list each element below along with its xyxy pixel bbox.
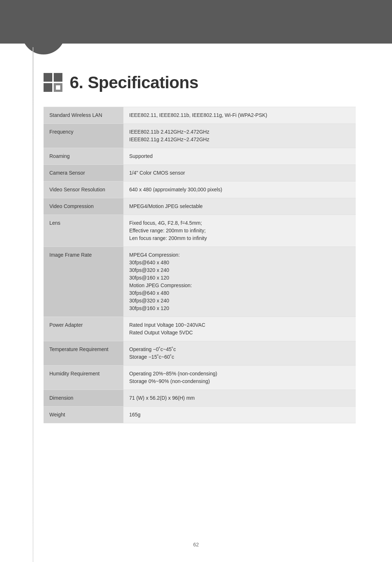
spec-value: 640 x 480 (approximately 300,000 pixels) bbox=[123, 182, 356, 198]
page-number: 62 bbox=[193, 542, 199, 547]
spec-value: Operating 20%~85% (non-condensing)Storag… bbox=[123, 366, 356, 390]
spec-value: 1/4" Color CMOS sensor bbox=[123, 165, 356, 182]
specs-table: Standard Wireless LANIEEE802.11, IEEE802… bbox=[44, 107, 356, 423]
table-row: FrequencyIEEE802.11b 2.412GHz~2.472GHzIE… bbox=[44, 124, 356, 148]
spec-value: Fixed focus, 4G, F2.8, f=4.5mm;Effective… bbox=[123, 215, 356, 247]
spec-value: 165g bbox=[123, 407, 356, 423]
table-row: Weight165g bbox=[44, 407, 356, 423]
spec-value: Supported bbox=[123, 148, 356, 165]
spec-value: Operating −0˚c~45˚cStorage −15˚c~60˚c bbox=[123, 341, 356, 366]
spec-value: 71 (W) x 56.2(D) x 96(H) mm bbox=[123, 390, 356, 407]
table-row: Image Frame RateMPEG4 Compression:30fps@… bbox=[44, 247, 356, 317]
table-row: LensFixed focus, 4G, F2.8, f=4.5mm;Effec… bbox=[44, 215, 356, 247]
spec-label: Video Sensor Resolution bbox=[44, 182, 123, 198]
svg-rect-0 bbox=[44, 73, 52, 82]
spec-label: Weight bbox=[44, 407, 123, 423]
table-row: Power AdapterRated Input Voltage 100~240… bbox=[44, 317, 356, 341]
spec-label: Roaming bbox=[44, 148, 123, 165]
svg-rect-2 bbox=[44, 83, 52, 92]
page-footer: 62 bbox=[0, 542, 392, 547]
top-bar bbox=[0, 0, 392, 44]
spec-value: IEEE802.11, IEEE802.11b, IEEE802.11g, Wi… bbox=[123, 107, 356, 124]
table-row: Temperature RequirementOperating −0˚c~45… bbox=[44, 341, 356, 366]
specifications-icon bbox=[44, 73, 62, 92]
page-content: 6. Specifications Standard Wireless LANI… bbox=[0, 44, 392, 445]
spec-label: Power Adapter bbox=[44, 317, 123, 341]
spec-value: MPEG4/Motion JPEG selectable bbox=[123, 198, 356, 215]
table-row: RoamingSupported bbox=[44, 148, 356, 165]
table-row: Video Sensor Resolution640 x 480 (approx… bbox=[44, 182, 356, 198]
section-header: 6. Specifications bbox=[44, 73, 356, 92]
spec-label: Lens bbox=[44, 215, 123, 247]
spec-label: Video Compression bbox=[44, 198, 123, 215]
spec-value: IEEE802.11b 2.412GHz~2.472GHzIEEE802.11g… bbox=[123, 124, 356, 148]
spec-label: Temperature Requirement bbox=[44, 341, 123, 366]
spec-label: Standard Wireless LAN bbox=[44, 107, 123, 124]
svg-rect-4 bbox=[56, 85, 60, 90]
spec-label: Dimension bbox=[44, 390, 123, 407]
table-row: Humidity RequirementOperating 20%~85% (n… bbox=[44, 366, 356, 390]
spec-value: Rated Input Voltage 100~240VACRated Outp… bbox=[123, 317, 356, 341]
table-row: Dimension71 (W) x 56.2(D) x 96(H) mm bbox=[44, 390, 356, 407]
spec-label: Camera Sensor bbox=[44, 165, 123, 182]
svg-rect-1 bbox=[54, 73, 62, 82]
spec-label: Frequency bbox=[44, 124, 123, 148]
spec-value: MPEG4 Compression:30fps@640 x 48030fps@3… bbox=[123, 247, 356, 317]
section-title: 6. Specifications bbox=[70, 73, 199, 92]
table-row: Standard Wireless LANIEEE802.11, IEEE802… bbox=[44, 107, 356, 124]
spec-label: Humidity Requirement bbox=[44, 366, 123, 390]
table-row: Camera Sensor1/4" Color CMOS sensor bbox=[44, 165, 356, 182]
spec-label: Image Frame Rate bbox=[44, 247, 123, 317]
table-row: Video CompressionMPEG4/Motion JPEG selec… bbox=[44, 198, 356, 215]
